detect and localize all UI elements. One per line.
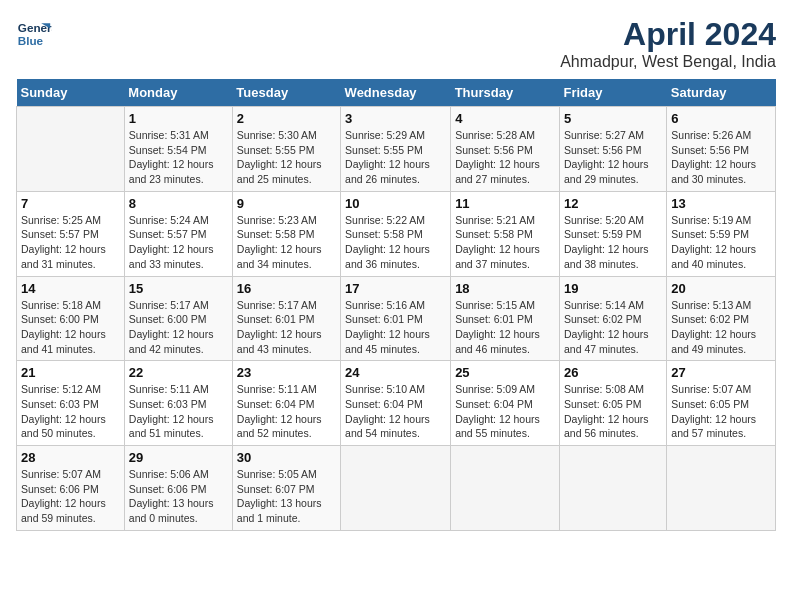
day-info: Sunrise: 5:17 AMSunset: 6:00 PMDaylight:… — [129, 298, 228, 357]
day-number: 13 — [671, 196, 771, 211]
day-info: Sunrise: 5:21 AMSunset: 5:58 PMDaylight:… — [455, 213, 555, 272]
day-cell: 15Sunrise: 5:17 AMSunset: 6:00 PMDayligh… — [124, 276, 232, 361]
day-info: Sunrise: 5:12 AMSunset: 6:03 PMDaylight:… — [21, 382, 120, 441]
day-info: Sunrise: 5:31 AMSunset: 5:54 PMDaylight:… — [129, 128, 228, 187]
day-info: Sunrise: 5:16 AMSunset: 6:01 PMDaylight:… — [345, 298, 446, 357]
day-info: Sunrise: 5:24 AMSunset: 5:57 PMDaylight:… — [129, 213, 228, 272]
day-cell: 1Sunrise: 5:31 AMSunset: 5:54 PMDaylight… — [124, 107, 232, 192]
day-number: 14 — [21, 281, 120, 296]
day-cell: 28Sunrise: 5:07 AMSunset: 6:06 PMDayligh… — [17, 446, 125, 531]
day-info: Sunrise: 5:06 AMSunset: 6:06 PMDaylight:… — [129, 467, 228, 526]
day-number: 11 — [455, 196, 555, 211]
day-info: Sunrise: 5:17 AMSunset: 6:01 PMDaylight:… — [237, 298, 336, 357]
week-row-3: 14Sunrise: 5:18 AMSunset: 6:00 PMDayligh… — [17, 276, 776, 361]
day-cell: 10Sunrise: 5:22 AMSunset: 5:58 PMDayligh… — [341, 191, 451, 276]
main-title: April 2024 — [560, 16, 776, 53]
day-number: 12 — [564, 196, 662, 211]
day-number: 29 — [129, 450, 228, 465]
day-cell: 4Sunrise: 5:28 AMSunset: 5:56 PMDaylight… — [451, 107, 560, 192]
day-info: Sunrise: 5:15 AMSunset: 6:01 PMDaylight:… — [455, 298, 555, 357]
day-info: Sunrise: 5:11 AMSunset: 6:04 PMDaylight:… — [237, 382, 336, 441]
day-info: Sunrise: 5:27 AMSunset: 5:56 PMDaylight:… — [564, 128, 662, 187]
col-header-sunday: Sunday — [17, 79, 125, 107]
day-number: 30 — [237, 450, 336, 465]
day-cell: 21Sunrise: 5:12 AMSunset: 6:03 PMDayligh… — [17, 361, 125, 446]
day-cell: 23Sunrise: 5:11 AMSunset: 6:04 PMDayligh… — [232, 361, 340, 446]
day-info: Sunrise: 5:23 AMSunset: 5:58 PMDaylight:… — [237, 213, 336, 272]
day-number: 15 — [129, 281, 228, 296]
day-number: 22 — [129, 365, 228, 380]
col-header-tuesday: Tuesday — [232, 79, 340, 107]
day-number: 27 — [671, 365, 771, 380]
day-cell: 12Sunrise: 5:20 AMSunset: 5:59 PMDayligh… — [559, 191, 666, 276]
day-cell: 11Sunrise: 5:21 AMSunset: 5:58 PMDayligh… — [451, 191, 560, 276]
subtitle: Ahmadpur, West Bengal, India — [560, 53, 776, 71]
day-number: 19 — [564, 281, 662, 296]
day-cell: 30Sunrise: 5:05 AMSunset: 6:07 PMDayligh… — [232, 446, 340, 531]
day-number: 18 — [455, 281, 555, 296]
title-block: April 2024 Ahmadpur, West Bengal, India — [560, 16, 776, 71]
week-row-5: 28Sunrise: 5:07 AMSunset: 6:06 PMDayligh… — [17, 446, 776, 531]
day-number: 24 — [345, 365, 446, 380]
day-cell: 27Sunrise: 5:07 AMSunset: 6:05 PMDayligh… — [667, 361, 776, 446]
day-number: 16 — [237, 281, 336, 296]
svg-text:General: General — [18, 21, 52, 34]
day-cell: 26Sunrise: 5:08 AMSunset: 6:05 PMDayligh… — [559, 361, 666, 446]
day-info: Sunrise: 5:07 AMSunset: 6:06 PMDaylight:… — [21, 467, 120, 526]
day-number: 9 — [237, 196, 336, 211]
logo-icon: General Blue — [16, 16, 52, 52]
day-cell: 8Sunrise: 5:24 AMSunset: 5:57 PMDaylight… — [124, 191, 232, 276]
day-cell: 9Sunrise: 5:23 AMSunset: 5:58 PMDaylight… — [232, 191, 340, 276]
day-number: 2 — [237, 111, 336, 126]
day-number: 8 — [129, 196, 228, 211]
week-row-4: 21Sunrise: 5:12 AMSunset: 6:03 PMDayligh… — [17, 361, 776, 446]
day-number: 6 — [671, 111, 771, 126]
day-cell: 24Sunrise: 5:10 AMSunset: 6:04 PMDayligh… — [341, 361, 451, 446]
day-info: Sunrise: 5:26 AMSunset: 5:56 PMDaylight:… — [671, 128, 771, 187]
day-number: 3 — [345, 111, 446, 126]
col-header-wednesday: Wednesday — [341, 79, 451, 107]
day-number: 25 — [455, 365, 555, 380]
col-header-monday: Monday — [124, 79, 232, 107]
day-cell: 14Sunrise: 5:18 AMSunset: 6:00 PMDayligh… — [17, 276, 125, 361]
day-info: Sunrise: 5:09 AMSunset: 6:04 PMDaylight:… — [455, 382, 555, 441]
day-cell: 18Sunrise: 5:15 AMSunset: 6:01 PMDayligh… — [451, 276, 560, 361]
day-cell: 6Sunrise: 5:26 AMSunset: 5:56 PMDaylight… — [667, 107, 776, 192]
day-number: 5 — [564, 111, 662, 126]
day-cell: 29Sunrise: 5:06 AMSunset: 6:06 PMDayligh… — [124, 446, 232, 531]
col-header-saturday: Saturday — [667, 79, 776, 107]
day-info: Sunrise: 5:19 AMSunset: 5:59 PMDaylight:… — [671, 213, 771, 272]
day-number: 26 — [564, 365, 662, 380]
day-info: Sunrise: 5:22 AMSunset: 5:58 PMDaylight:… — [345, 213, 446, 272]
day-cell — [667, 446, 776, 531]
day-number: 23 — [237, 365, 336, 380]
day-number: 10 — [345, 196, 446, 211]
day-cell — [559, 446, 666, 531]
day-number: 20 — [671, 281, 771, 296]
day-cell: 19Sunrise: 5:14 AMSunset: 6:02 PMDayligh… — [559, 276, 666, 361]
day-info: Sunrise: 5:13 AMSunset: 6:02 PMDaylight:… — [671, 298, 771, 357]
day-info: Sunrise: 5:05 AMSunset: 6:07 PMDaylight:… — [237, 467, 336, 526]
day-number: 21 — [21, 365, 120, 380]
day-number: 4 — [455, 111, 555, 126]
day-info: Sunrise: 5:25 AMSunset: 5:57 PMDaylight:… — [21, 213, 120, 272]
day-cell: 7Sunrise: 5:25 AMSunset: 5:57 PMDaylight… — [17, 191, 125, 276]
day-cell: 20Sunrise: 5:13 AMSunset: 6:02 PMDayligh… — [667, 276, 776, 361]
day-cell: 22Sunrise: 5:11 AMSunset: 6:03 PMDayligh… — [124, 361, 232, 446]
col-header-friday: Friday — [559, 79, 666, 107]
week-row-2: 7Sunrise: 5:25 AMSunset: 5:57 PMDaylight… — [17, 191, 776, 276]
day-number: 7 — [21, 196, 120, 211]
day-info: Sunrise: 5:08 AMSunset: 6:05 PMDaylight:… — [564, 382, 662, 441]
logo: General Blue — [16, 16, 52, 52]
week-row-1: 1Sunrise: 5:31 AMSunset: 5:54 PMDaylight… — [17, 107, 776, 192]
day-cell — [451, 446, 560, 531]
calendar-table: SundayMondayTuesdayWednesdayThursdayFrid… — [16, 79, 776, 531]
day-number: 28 — [21, 450, 120, 465]
col-header-thursday: Thursday — [451, 79, 560, 107]
svg-text:Blue: Blue — [18, 34, 44, 47]
day-cell: 13Sunrise: 5:19 AMSunset: 5:59 PMDayligh… — [667, 191, 776, 276]
day-cell: 16Sunrise: 5:17 AMSunset: 6:01 PMDayligh… — [232, 276, 340, 361]
day-cell: 2Sunrise: 5:30 AMSunset: 5:55 PMDaylight… — [232, 107, 340, 192]
day-info: Sunrise: 5:18 AMSunset: 6:00 PMDaylight:… — [21, 298, 120, 357]
day-info: Sunrise: 5:11 AMSunset: 6:03 PMDaylight:… — [129, 382, 228, 441]
